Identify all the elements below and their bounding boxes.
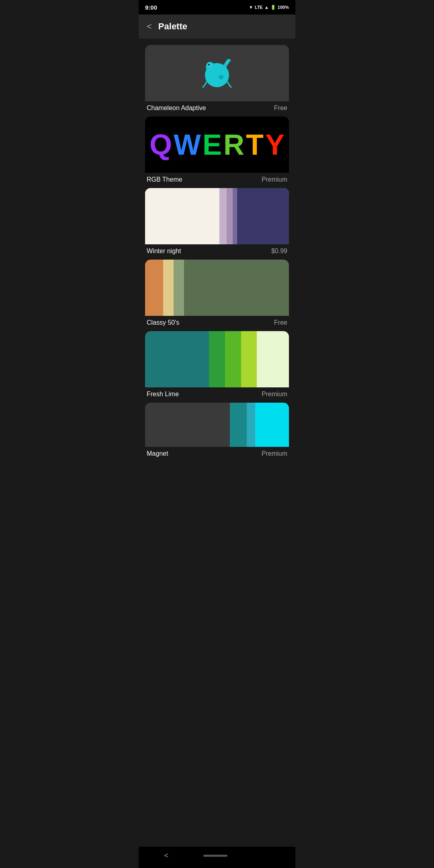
chameleon-info: Chameleon Adaptive Free xyxy=(145,101,289,113)
classy-info: Classy 50's Free xyxy=(145,316,289,328)
status-time: 9:00 xyxy=(145,4,157,11)
svg-point-5 xyxy=(219,75,223,80)
freshlime-preview xyxy=(145,331,289,387)
back-button[interactable]: < xyxy=(147,21,152,32)
nav-home-pill[interactable] xyxy=(203,855,227,857)
rgb-letter-q: Q xyxy=(149,130,172,159)
freshlime-swatch-2 xyxy=(209,331,225,387)
classy-swatch-2 xyxy=(163,260,174,316)
winter-swatch-3 xyxy=(227,188,233,244)
winter-swatch-5 xyxy=(237,188,289,244)
nav-back-button[interactable]: < xyxy=(164,852,169,860)
magnet-swatch-4 xyxy=(255,403,289,447)
winter-swatch-1 xyxy=(145,188,219,244)
palette-item-winter[interactable]: Winter night $0.99 xyxy=(145,188,289,256)
palette-item-freshlime[interactable]: Fresh Lime Premium xyxy=(145,331,289,399)
signal-icon: ▲ xyxy=(264,5,269,10)
winter-price: $0.99 xyxy=(271,248,287,255)
palette-item-magnet[interactable]: Magnet Premium xyxy=(145,403,289,459)
chameleon-price: Free xyxy=(274,104,287,112)
palette-list: Chameleon Adaptive Free Q W E R T Y RGB … xyxy=(139,39,295,465)
palette-item-classy[interactable]: Classy 50's Free xyxy=(145,260,289,328)
winter-preview xyxy=(145,188,289,244)
chameleon-preview xyxy=(145,45,289,101)
battery-label: 100% xyxy=(278,5,289,10)
rgb-letter-r: R xyxy=(223,130,244,159)
winter-info: Winter night $0.99 xyxy=(145,244,289,256)
classy-swatch-1 xyxy=(145,260,163,316)
magnet-price: Premium xyxy=(262,450,287,457)
magnet-info: Magnet Premium xyxy=(145,447,289,459)
status-icons: ▼ LTE ▲ 🔋 100% xyxy=(249,5,289,10)
palette-item-chameleon[interactable]: Chameleon Adaptive Free xyxy=(145,45,289,113)
magnet-name: Magnet xyxy=(147,450,168,457)
magnet-preview xyxy=(145,403,289,447)
classy-swatch-3 xyxy=(174,260,184,316)
winter-name: Winter night xyxy=(147,248,181,255)
magnet-swatch-1 xyxy=(145,403,230,447)
classy-price: Free xyxy=(274,319,287,326)
magnet-swatch-3 xyxy=(247,403,255,447)
freshlime-swatch-3 xyxy=(225,331,241,387)
winter-swatch-4 xyxy=(233,188,237,244)
rgb-price: Premium xyxy=(262,176,287,183)
chameleon-logo-icon xyxy=(197,53,237,93)
rgb-name: RGB Theme xyxy=(147,176,182,183)
bottom-nav: < xyxy=(139,847,295,868)
classy-name: Classy 50's xyxy=(147,319,179,326)
lte-label: LTE xyxy=(255,5,263,10)
freshlime-name: Fresh Lime xyxy=(147,391,179,398)
freshlime-price: Premium xyxy=(262,391,287,398)
classy-preview xyxy=(145,260,289,316)
winter-swatch-2 xyxy=(219,188,227,244)
chameleon-name: Chameleon Adaptive xyxy=(147,104,206,112)
rgb-letter-y: Y xyxy=(265,130,285,159)
freshlime-swatch-4 xyxy=(241,331,257,387)
rgb-preview: Q W E R T Y xyxy=(145,117,289,173)
classy-swatch-4 xyxy=(184,260,289,316)
header: < Palette xyxy=(139,14,295,39)
rgb-letter-e: E xyxy=(203,130,222,159)
wifi-icon: ▼ xyxy=(249,5,253,10)
freshlime-info: Fresh Lime Premium xyxy=(145,387,289,399)
rgb-letter-w: W xyxy=(174,130,201,159)
rgb-text: Q W E R T Y xyxy=(145,130,289,159)
status-bar: 9:00 ▼ LTE ▲ 🔋 100% xyxy=(139,0,295,14)
svg-point-4 xyxy=(208,64,210,66)
battery-icon: 🔋 xyxy=(270,5,276,10)
rgb-letter-t: T xyxy=(246,130,264,159)
freshlime-swatch-5 xyxy=(257,331,289,387)
page-title: Palette xyxy=(158,21,187,32)
magnet-swatch-2 xyxy=(230,403,247,447)
freshlime-swatch-1 xyxy=(145,331,209,387)
palette-item-rgb[interactable]: Q W E R T Y RGB Theme Premium xyxy=(145,117,289,185)
rgb-info: RGB Theme Premium xyxy=(145,173,289,185)
